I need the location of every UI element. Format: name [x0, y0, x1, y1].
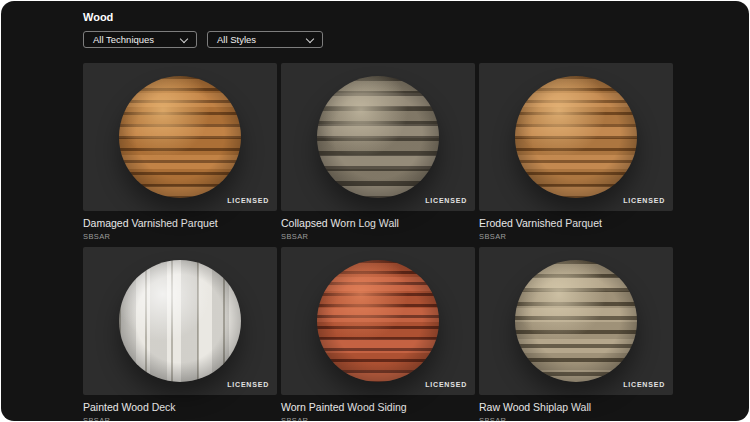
licensed-badge: LICENSED — [623, 197, 665, 204]
asset-thumbnail[interactable]: LICENSED — [479, 247, 673, 395]
asset-thumbnail[interactable]: LICENSED — [281, 247, 475, 395]
assets-panel: Wood All Techniques All Styles LICENSED … — [1, 1, 749, 421]
licensed-badge: LICENSED — [425, 197, 467, 204]
asset-format: SBSAR — [281, 232, 475, 241]
asset-card[interactable]: LICENSED Eroded Varnished Parquet SBSAR — [479, 63, 673, 241]
asset-thumbnail[interactable]: LICENSED — [83, 247, 277, 395]
licensed-badge: LICENSED — [425, 381, 467, 388]
chevron-down-icon — [306, 34, 314, 42]
asset-name: Worn Painted Wood Siding — [281, 401, 475, 413]
category-page: Wood All Techniques All Styles LICENSED … — [1, 1, 749, 421]
asset-format: SBSAR — [83, 232, 277, 241]
styles-filter-value: All Styles — [217, 34, 256, 45]
licensed-badge: LICENSED — [623, 381, 665, 388]
asset-format: SBSAR — [479, 232, 673, 241]
asset-card[interactable]: LICENSED Collapsed Worn Log Wall SBSAR — [281, 63, 475, 241]
licensed-badge: LICENSED — [227, 197, 269, 204]
filter-bar: All Techniques All Styles — [83, 31, 749, 48]
asset-name: Painted Wood Deck — [83, 401, 277, 413]
asset-card[interactable]: LICENSED Worn Painted Wood Siding SBSAR — [281, 247, 475, 421]
category-title: Wood — [83, 11, 749, 23]
asset-name: Eroded Varnished Parquet — [479, 217, 673, 229]
techniques-filter-dropdown[interactable]: All Techniques — [83, 31, 197, 48]
styles-filter-dropdown[interactable]: All Styles — [207, 31, 323, 48]
asset-grid: LICENSED Damaged Varnished Parquet SBSAR… — [83, 63, 749, 421]
asset-name: Collapsed Worn Log Wall — [281, 217, 475, 229]
chevron-down-icon — [180, 34, 188, 42]
techniques-filter-value: All Techniques — [93, 34, 154, 45]
asset-card[interactable]: LICENSED Damaged Varnished Parquet SBSAR — [83, 63, 277, 241]
asset-name: Damaged Varnished Parquet — [83, 217, 277, 229]
licensed-badge: LICENSED — [227, 381, 269, 388]
material-sphere — [515, 76, 637, 198]
material-sphere — [119, 260, 241, 382]
material-sphere — [317, 260, 439, 382]
asset-format: SBSAR — [83, 416, 277, 421]
material-sphere — [317, 76, 439, 198]
asset-thumbnail[interactable]: LICENSED — [479, 63, 673, 211]
asset-thumbnail[interactable]: LICENSED — [281, 63, 475, 211]
asset-format: SBSAR — [281, 416, 475, 421]
material-sphere — [515, 260, 637, 382]
asset-card[interactable]: LICENSED Raw Wood Shiplap Wall SBSAR — [479, 247, 673, 421]
asset-name: Raw Wood Shiplap Wall — [479, 401, 673, 413]
asset-thumbnail[interactable]: LICENSED — [83, 63, 277, 211]
asset-format: SBSAR — [479, 416, 673, 421]
asset-card[interactable]: LICENSED Painted Wood Deck SBSAR — [83, 247, 277, 421]
material-sphere — [119, 76, 241, 198]
